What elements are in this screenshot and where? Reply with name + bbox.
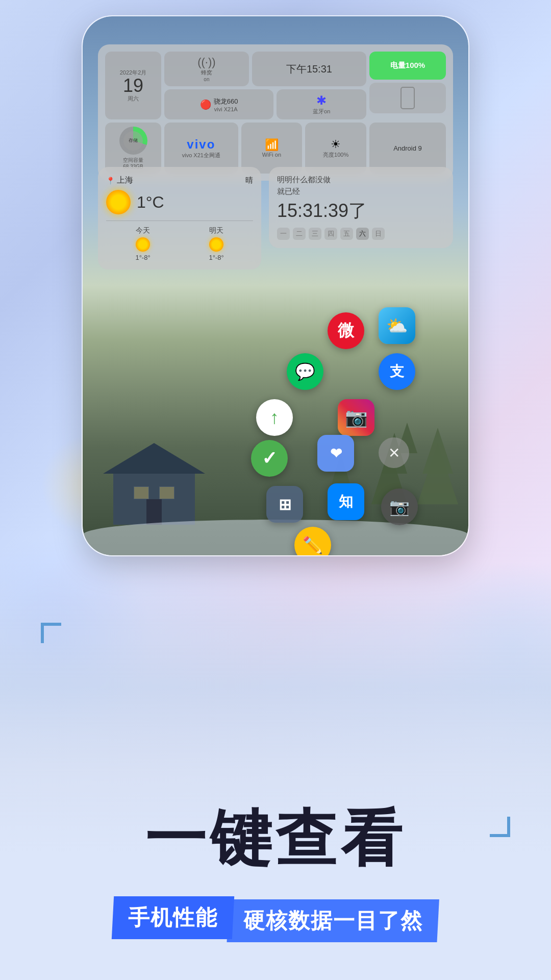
weather-sun-icon	[106, 190, 131, 214]
timer-label2: 就已经	[277, 187, 445, 197]
bluetooth-icon: ✱	[316, 93, 327, 108]
date-day: 19	[123, 77, 143, 95]
weather-divider	[106, 220, 253, 221]
date-weekday: 周六	[128, 95, 139, 103]
app-icon-health[interactable]: ❤	[317, 435, 354, 472]
subtitle-container: 手机性能 硬核数据一目了然	[113, 896, 438, 939]
tomorrow-label: 明天	[209, 226, 223, 235]
location-pin-icon: 📍	[106, 177, 115, 185]
subtitle-text-1: 手机性能	[128, 903, 218, 932]
close-button[interactable]: ✕	[379, 437, 409, 468]
brightness-label: 亮度100%	[323, 151, 348, 159]
status-widget: 2022年2月 19 周六 ((·)) 蜂窝 on 下午15:31	[98, 44, 453, 181]
cellular-label: 蜂窝	[201, 69, 212, 77]
battery-label: 电量100%	[390, 61, 425, 70]
cellular-icon: ((·))	[197, 56, 215, 69]
bluetooth-label: 蓝牙on	[313, 108, 330, 115]
storage-inner-label: 存储	[129, 137, 138, 144]
today-range: 1°-8°	[135, 254, 150, 261]
day-sat: 六	[356, 228, 369, 240]
timer-label1: 明明什么都没做	[277, 175, 445, 185]
network-label: vivo X21全网通	[182, 152, 220, 159]
app-icon-camera[interactable]: 📷	[381, 488, 418, 525]
main-title: 一键查看	[145, 798, 406, 881]
tomorrow-weather-icon	[209, 237, 223, 252]
app-icon-upward[interactable]: ↑	[256, 399, 293, 436]
city-name: 上海	[117, 175, 133, 186]
day-wed: 三	[309, 228, 321, 240]
app-icon-weather[interactable]: ⛅	[379, 307, 415, 344]
phone-screen: 2022年2月 19 周六 ((·)) 蜂窝 on 下午15:31	[83, 16, 468, 555]
today-label: 今天	[136, 226, 150, 235]
processor-model: vivi X21A	[214, 106, 238, 112]
wifi-label: WiFi on	[262, 152, 281, 158]
processor-label: 骁龙660	[214, 97, 238, 106]
app-icon-alipay[interactable]: 支	[379, 353, 415, 390]
subtitle-text-2: 硬核数据一目了然	[243, 906, 423, 935]
time-display: 下午15:31	[286, 62, 332, 76]
timer-widget: 明明什么都没做 就已经 15:31:39了 一 二 三 四 五 六 日	[269, 167, 453, 248]
wifi-icon: 📶	[265, 138, 279, 152]
tomorrow-range: 1°-8°	[209, 254, 223, 261]
day-tue: 二	[293, 228, 306, 240]
subtitle-bg-1: 手机性能	[112, 896, 234, 939]
day-mon: 一	[277, 228, 290, 240]
storage-capacity-label: 空间容量	[123, 157, 143, 164]
weather-condition: 晴	[245, 176, 253, 185]
bracket-top-left	[41, 623, 61, 643]
phone-brand: vivo	[187, 137, 215, 152]
app-icons-area: 微 ⛅ 💬 支 ↑ 📷 ✓	[83, 302, 468, 547]
app-icon-pencil[interactable]: ✏️	[294, 527, 331, 555]
cellular-status: on	[204, 77, 209, 82]
android-label: Android 9	[393, 144, 422, 152]
day-thu: 四	[324, 228, 337, 240]
app-icon-instagram[interactable]: 📷	[338, 399, 374, 436]
bracket-bottom-right	[490, 817, 510, 837]
phone-frame: 2022年2月 19 周六 ((·)) 蜂窝 on 下午15:31	[82, 15, 469, 556]
timer-days: 一 二 三 四 五 六 日	[277, 228, 445, 240]
weather-widget: 📍 上海 晴 1°C 今天 1°-8° 明天 1°-8°	[98, 167, 261, 270]
app-icon-wechat[interactable]: 💬	[287, 353, 323, 390]
app-icon-tick[interactable]: ✓	[251, 440, 288, 477]
app-icon-zhihu[interactable]: 知	[328, 483, 364, 520]
subtitle-bg-2: 硬核数据一目了然	[227, 899, 439, 942]
brightness-icon: ☀	[331, 138, 341, 151]
bottom-section: 一键查看 手机性能 硬核数据一目了然	[0, 561, 551, 980]
app-icon-barcode[interactable]: ⊞	[266, 486, 303, 523]
app-icon-weibo[interactable]: 微	[328, 312, 364, 349]
day-fri: 五	[340, 228, 353, 240]
forecast-today: 今天 1°-8°	[135, 226, 150, 261]
day-sun: 日	[372, 228, 385, 240]
timer-time: 15:31:39了	[277, 199, 445, 224]
weather-temperature: 1°C	[137, 193, 164, 212]
today-weather-icon	[136, 237, 150, 252]
forecast-tomorrow: 明天 1°-8°	[209, 226, 223, 261]
